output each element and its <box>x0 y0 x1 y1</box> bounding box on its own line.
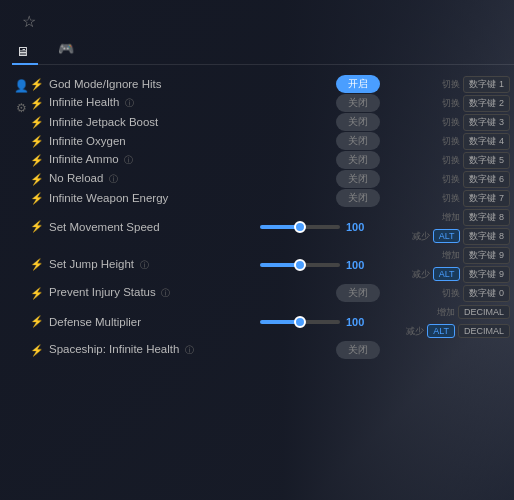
toggle-button[interactable]: 关闭 <box>336 94 380 112</box>
slider-value-label: 100 <box>346 259 374 271</box>
xbox-icon: 🎮 <box>58 41 74 56</box>
keybind-key-tag[interactable]: 数字键 3 <box>463 114 510 131</box>
cheat-name-label: Infinite Weapon Energy <box>49 192 336 204</box>
keybind-key-tag[interactable]: 数字键 9 <box>463 247 510 264</box>
bolt-icon: ⚡ <box>30 315 44 328</box>
keybind-action-label: 增加 <box>437 306 455 319</box>
keybind-row: 增加DECIMAL <box>380 303 510 321</box>
toggle-button[interactable]: 关闭 <box>336 113 380 131</box>
keybind-row: 切换数字键 3 <box>380 113 510 131</box>
keybind-action-label: 切换 <box>442 154 460 167</box>
keybind-action-label: 增加 <box>442 249 460 262</box>
keybind-key-tag[interactable]: 数字键 8 <box>463 228 510 245</box>
list-item: ⚡Defense Multiplier100增加DECIMAL减少ALTDECI… <box>30 303 510 340</box>
keybind-section: 切换数字键 0 <box>380 284 510 302</box>
keybind-action-label: 切换 <box>442 192 460 205</box>
value-slider[interactable] <box>260 263 340 267</box>
cheat-name-label: Set Movement Speed <box>49 221 260 233</box>
app-container: ☆ 🖥 🎮 👤 ⚙ ⚡God Mode/Ignore Hits开启切换数字键 1… <box>0 0 514 500</box>
keybind-action-label: 切换 <box>442 287 460 300</box>
keybind-alt-tag[interactable]: ALT <box>427 324 455 338</box>
keybind-key-tag[interactable]: 数字键 2 <box>463 95 510 112</box>
keybind-action-label: 减少 <box>406 325 424 338</box>
keybind-row: 切换数字键 5 <box>380 151 510 169</box>
slider-value-label: 100 <box>346 221 374 233</box>
toggle-button[interactable]: 关闭 <box>336 189 380 207</box>
tab-steam[interactable]: 🖥 <box>12 39 38 65</box>
keybind-section: 增加数字键 9减少ALT数字键 9 <box>380 246 510 283</box>
info-icon[interactable]: ⓘ <box>122 155 134 165</box>
keybind-key-tag[interactable]: 数字键 8 <box>463 209 510 226</box>
keybind-action-label: 减少 <box>412 230 430 243</box>
value-slider[interactable] <box>260 225 340 229</box>
info-icon[interactable]: ⓘ <box>159 288 171 298</box>
keybind-key-tag[interactable]: 数字键 1 <box>463 76 510 93</box>
value-slider[interactable] <box>260 320 340 324</box>
keybind-section: 切换数字键 5 <box>380 151 510 169</box>
cheat-list: ⚡God Mode/Ignore Hits开启切换数字键 1⚡Infinite … <box>30 75 514 500</box>
keybind-section: 切换数字键 1 <box>380 75 510 93</box>
keybind-section: 增加DECIMAL减少ALTDECIMAL <box>380 303 510 340</box>
list-item: ⚡Infinite Oxygen关闭切换数字键 4 <box>30 132 510 150</box>
keybind-alt-tag[interactable]: ALT <box>433 267 461 281</box>
keybind-action-label: 切换 <box>442 173 460 186</box>
toggle-button[interactable]: 关闭 <box>336 170 380 188</box>
steam-icon: 🖥 <box>16 44 29 59</box>
keybind-key-tag[interactable]: 数字键 5 <box>463 152 510 169</box>
user-icon[interactable]: 👤 <box>14 79 29 93</box>
list-item: ⚡No Reload ⓘ关闭切换数字键 6 <box>30 170 510 188</box>
settings-icon[interactable]: ⚙ <box>16 101 27 115</box>
cheat-name-label: Prevent Injury Status ⓘ <box>49 286 336 300</box>
keybind-key-tag[interactable]: 数字键 9 <box>463 266 510 283</box>
bolt-icon: ⚡ <box>30 116 44 129</box>
info-icon[interactable]: ⓘ <box>106 174 118 184</box>
keybind-row: 减少ALTDECIMAL <box>380 322 510 340</box>
toggle-button[interactable]: 关闭 <box>336 132 380 150</box>
sidebar: 👤 ⚙ <box>12 75 30 500</box>
keybind-row: 切换数字键 7 <box>380 189 510 207</box>
bolt-icon: ⚡ <box>30 97 44 110</box>
toggle-button[interactable]: 关闭 <box>336 341 380 359</box>
keybind-key-tag[interactable]: DECIMAL <box>458 305 510 319</box>
keybind-section: 切换数字键 3 <box>380 113 510 131</box>
keybind-section: 切换数字键 7 <box>380 189 510 207</box>
bolt-icon: ⚡ <box>30 220 44 233</box>
keybind-action-label: 切换 <box>442 97 460 110</box>
content-wrapper: 👤 ⚙ ⚡God Mode/Ignore Hits开启切换数字键 1⚡Infin… <box>12 75 514 500</box>
keybind-section: 切换数字键 2 <box>380 94 510 112</box>
keybind-action-label: 减少 <box>412 268 430 281</box>
list-item: ⚡Infinite Jetpack Boost关闭切换数字键 3 <box>30 113 510 131</box>
keybind-row: 切换数字键 2 <box>380 94 510 112</box>
info-icon[interactable]: ⓘ <box>122 98 134 108</box>
keybind-row: 减少ALT数字键 9 <box>380 265 510 283</box>
cheat-name-label: No Reload ⓘ <box>49 172 336 186</box>
keybind-action-label: 切换 <box>442 116 460 129</box>
keybind-key-tag[interactable]: 数字键 6 <box>463 171 510 188</box>
keybind-alt-tag[interactable]: ALT <box>433 229 461 243</box>
keybind-section <box>380 341 510 359</box>
cheat-name-label: Infinite Jetpack Boost <box>49 116 336 128</box>
keybind-section: 切换数字键 4 <box>380 132 510 150</box>
bolt-icon: ⚡ <box>30 135 44 148</box>
keybind-key-tag[interactable]: 数字键 4 <box>463 133 510 150</box>
keybind-row: 增加数字键 8 <box>380 208 510 226</box>
info-icon[interactable]: ⓘ <box>137 260 149 270</box>
keybind-action-label: 切换 <box>442 135 460 148</box>
keybind-key-tag[interactable]: 数字键 7 <box>463 190 510 207</box>
tab-xbox[interactable]: 🎮 <box>54 39 83 58</box>
info-icon[interactable]: ⓘ <box>182 345 194 355</box>
cheat-name-label: Defense Multiplier <box>49 316 260 328</box>
list-item: ⚡God Mode/Ignore Hits开启切换数字键 1 <box>30 75 510 93</box>
toggle-button[interactable]: 关闭 <box>336 151 380 169</box>
favorite-icon[interactable]: ☆ <box>22 12 36 31</box>
cheat-name-label: Infinite Oxygen <box>49 135 336 147</box>
keybind-section: 增加数字键 8减少ALT数字键 8 <box>380 208 510 245</box>
bolt-icon: ⚡ <box>30 192 44 205</box>
keybind-row: 切换数字键 4 <box>380 132 510 150</box>
toggle-button[interactable]: 关闭 <box>336 284 380 302</box>
list-item: ⚡Set Movement Speed100增加数字键 8减少ALT数字键 8 <box>30 208 510 245</box>
keybind-key-tag[interactable]: 数字键 0 <box>463 285 510 302</box>
keybind-key-tag[interactable]: DECIMAL <box>458 324 510 338</box>
keybind-row: 切换数字键 6 <box>380 170 510 188</box>
toggle-button[interactable]: 开启 <box>336 75 380 93</box>
